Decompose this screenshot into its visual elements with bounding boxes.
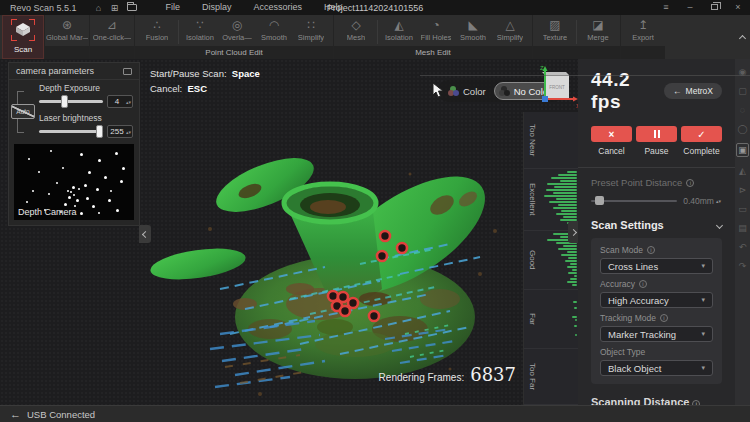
undo-icon[interactable]: ↶ xyxy=(739,242,747,252)
preset-point-distance-value[interactable]: 0.40mm ▴▾ xyxy=(683,196,722,206)
axis-gizmo[interactable]: FRONT Z X xyxy=(528,62,578,116)
chevron-down-icon xyxy=(716,221,723,228)
titlebar: Revo Scan 5.5.1 ⌂ ⊞ File Display Accesso… xyxy=(0,0,750,15)
restore-button[interactable] xyxy=(702,0,726,15)
laser-brightness-value[interactable]: 255 ▴▾ xyxy=(107,125,133,138)
one-click-button[interactable]: ⊿ One-click— xyxy=(94,17,130,42)
scan-leaf-left xyxy=(150,243,247,284)
preset-point-distance-slider[interactable] xyxy=(591,200,677,202)
menu-display[interactable]: Display xyxy=(191,0,243,15)
accuracy-value: High Accuracy xyxy=(608,295,669,306)
right-panel-collapse-button[interactable] xyxy=(568,221,578,243)
screenshot-icon[interactable]: ▤ xyxy=(738,223,747,233)
settings-sliders-icon[interactable]: ≡ xyxy=(654,0,678,15)
x-icon: × xyxy=(609,129,615,140)
toolbar-collapse-button[interactable] xyxy=(740,27,745,45)
mesh-button[interactable]: ◇ Mesh xyxy=(338,17,374,42)
overlap-button[interactable]: ◎ Overla— xyxy=(219,17,255,42)
tool-label: Isolation xyxy=(385,33,413,42)
scan-mode-dropdown[interactable]: Cross Lines ▾ xyxy=(600,258,713,274)
tool-label: Simplify xyxy=(298,33,324,42)
auto-exposure-toggle[interactable]: Auto xyxy=(11,104,35,119)
main-area: Start/Pause Scan: Space Cancel: ESC Colo… xyxy=(0,59,750,405)
menu-accessories[interactable]: Accessories xyxy=(243,0,314,15)
selected-region-icon[interactable]: ▣ xyxy=(736,143,749,157)
tool-label: Export xyxy=(632,33,654,42)
lasso-select-icon[interactable]: ◌ xyxy=(740,105,745,115)
new-project-icon[interactable]: ⊞ xyxy=(107,3,123,13)
check-icon: ✓ xyxy=(697,129,705,140)
home-icon[interactable]: ⌂ xyxy=(91,3,107,13)
mesh-simplify-button[interactable]: △ Simplify xyxy=(492,17,528,42)
app-name: Revo Scan 5.5.1 xyxy=(10,3,77,13)
hint-start-pause: Start/Pause Scan: xyxy=(150,68,227,79)
distance-histogram: Too Near Excellent Good Far Too Far xyxy=(523,112,578,405)
isolation-button[interactable]: ∵ Isolation xyxy=(182,17,218,42)
separator xyxy=(377,20,378,44)
statusbar: ← USB Connected xyxy=(0,405,750,422)
preset-point-distance-label: Preset Point Distance xyxy=(591,177,682,188)
smooth-icon: ◠ xyxy=(269,18,279,33)
detach-panel-icon[interactable] xyxy=(123,68,132,75)
close-button[interactable]: × xyxy=(726,0,750,15)
rendering-frames-value: 6837 xyxy=(470,364,516,385)
metrox-button[interactable]: ← MetroX xyxy=(664,83,722,99)
color-option[interactable]: Color xyxy=(446,86,494,97)
tracking-mode-dropdown[interactable]: Marker Tracking ▾ xyxy=(600,326,713,342)
merge-button[interactable]: ◪ Merge xyxy=(580,17,616,42)
bounding-box-icon[interactable]: ▭ xyxy=(738,204,747,214)
mesh-isolation-icon: ◭ xyxy=(394,18,403,33)
spinner-arrows-icon[interactable]: ▴▾ xyxy=(126,130,132,134)
open-folder-icon[interactable] xyxy=(127,4,137,11)
accuracy-dropdown[interactable]: High Accuracy ▾ xyxy=(600,292,713,308)
circle-select-icon[interactable]: ◯ xyxy=(737,124,747,134)
simplify-button[interactable]: ∷ Simplify xyxy=(293,17,329,42)
global-marker-button[interactable]: ⊛ Global Mar— xyxy=(49,17,85,42)
mesh-isolation-button[interactable]: ◭ Isolation xyxy=(381,17,417,42)
info-icon[interactable]: i xyxy=(647,246,655,254)
rect-select-icon[interactable]: ▢ xyxy=(738,86,747,96)
group-caption-point-cloud-edit: Point Cloud Edit xyxy=(135,46,333,59)
menu-help[interactable]: Help xyxy=(313,0,354,15)
depth-exposure-value[interactable]: 4 ▴▾ xyxy=(107,95,133,108)
group-caption xyxy=(90,46,134,59)
gizmo-front-label: FRONT xyxy=(549,85,565,90)
spinner-arrows-icon[interactable]: ▴▾ xyxy=(126,100,132,104)
export-icon: ↥ xyxy=(638,18,648,33)
laser-brightness-slider[interactable] xyxy=(39,130,103,133)
minimize-button[interactable]: – xyxy=(678,0,702,15)
right-tool-strip: ◉ ▢ ◌ ◯ ▣ ◭ ⊳ ▭ ▤ ↶ ↷ xyxy=(735,59,750,405)
info-icon[interactable]: i xyxy=(686,179,694,187)
cancel-scan-button[interactable]: × xyxy=(591,126,632,142)
scan-settings-header[interactable]: Scan Settings xyxy=(591,219,722,231)
slider-handle[interactable] xyxy=(96,125,103,138)
info-icon[interactable]: i xyxy=(660,314,668,322)
mouse-cursor-icon xyxy=(432,83,444,98)
flag-icon[interactable]: ⊳ xyxy=(739,185,747,195)
caret-down-icon: ▾ xyxy=(701,296,705,304)
contrast-icon[interactable]: ◭ xyxy=(739,166,746,176)
menu-file[interactable]: File xyxy=(155,0,192,15)
texture-button[interactable]: ▨ Texture xyxy=(537,17,573,42)
spinner-arrows-icon[interactable]: ▴▾ xyxy=(716,199,722,203)
smooth-button[interactable]: ◠ Smooth xyxy=(256,17,292,42)
fusion-button[interactable]: ∴ Fusion xyxy=(139,17,175,42)
complete-scan-button[interactable]: ✓ xyxy=(681,126,722,142)
object-type-dropdown[interactable]: Black Object ▾ xyxy=(600,360,713,376)
mesh-simplify-icon: △ xyxy=(505,18,514,33)
zone-far: Far xyxy=(524,290,578,349)
slider-handle[interactable] xyxy=(595,196,604,205)
scan-button[interactable]: Scan xyxy=(2,15,44,59)
tool-label: Smooth xyxy=(460,33,486,42)
mesh-smooth-button[interactable]: ◣ Smooth xyxy=(455,17,491,42)
slider-handle[interactable] xyxy=(61,95,68,108)
pause-scan-button[interactable] xyxy=(636,126,677,142)
left-panel-collapse-button[interactable] xyxy=(139,225,151,243)
info-icon[interactable]: i xyxy=(639,280,647,288)
overlap-icon: ◎ xyxy=(232,18,242,33)
depth-exposure-slider[interactable] xyxy=(39,100,103,103)
export-button[interactable]: ↥ Export xyxy=(625,17,661,42)
redo-icon[interactable]: ↷ xyxy=(739,261,747,271)
fill-holes-button[interactable]: ◔ Fill Holes xyxy=(418,17,454,42)
tool-label: Texture xyxy=(543,33,568,42)
